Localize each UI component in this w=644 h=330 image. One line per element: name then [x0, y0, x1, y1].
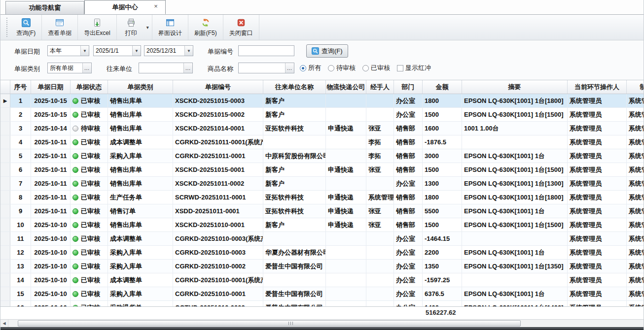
cell-department[interactable]: 销售部	[394, 163, 423, 176]
cell-doc-type[interactable]: 销售出库单	[108, 163, 173, 176]
column-header[interactable]: 往来单位名称	[263, 80, 326, 94]
cell-amount[interactable]: 2200	[423, 246, 462, 259]
horizontal-scrollbar[interactable]: ◀	[0, 319, 644, 327]
cell-doc-code[interactable]: SCRWD-20251011-0001	[173, 191, 263, 204]
cell-handler[interactable]	[366, 246, 394, 259]
cell-doc-type[interactable]: 销售订单	[108, 204, 173, 218]
cell-doc-type[interactable]: 销售出库单	[108, 218, 173, 231]
cell-amount[interactable]: -1597.25	[423, 273, 462, 287]
row-selector-cell[interactable]	[0, 246, 10, 259]
cell-doc-type[interactable]: 销售出库单	[108, 108, 173, 121]
cell-current-operator[interactable]: 系统管理员	[568, 191, 627, 204]
cell-row-number[interactable]: 15	[10, 287, 31, 300]
cell-maker[interactable]: 系统管理员	[627, 232, 644, 245]
layout-design-button[interactable]: 界面设计	[152, 15, 188, 40]
cell-doc-code[interactable]: XSCKD-20251010-0001	[173, 218, 263, 231]
cell-partner[interactable]: 亚拓软件科技	[263, 191, 326, 204]
cell-maker[interactable]: 系统管理员	[627, 163, 644, 176]
cell-summary[interactable]: EPSON LQ-630K[1001] 1台	[462, 246, 568, 259]
cell-handler[interactable]: 李拓	[366, 149, 394, 163]
cell-handler[interactable]: 张亚	[366, 122, 394, 135]
radio-all[interactable]: 所有	[300, 64, 321, 72]
cell-amount[interactable]: 1800	[423, 191, 462, 204]
cell-maker[interactable]: 系统管理员	[627, 246, 644, 259]
column-header[interactable]: 单据类别	[108, 80, 173, 94]
table-row[interactable]: 9 2025-10-11 已审核 销售订单 XSDD-20251011-0001…	[0, 204, 644, 218]
cell-doc-date[interactable]: 2025-10-15	[31, 94, 71, 107]
cell-amount[interactable]: -1876.5	[423, 135, 462, 149]
chevron-down-icon[interactable]: ▾	[146, 25, 149, 30]
cell-partner[interactable]: 亚拓软件科技	[263, 122, 326, 135]
cell-doc-status[interactable]: 已审核	[71, 260, 108, 273]
row-selector-cell[interactable]	[0, 122, 10, 135]
cell-maker[interactable]: 系统管理员	[627, 273, 644, 287]
cell-partner[interactable]: 华夏办公器材有限公司	[263, 246, 326, 259]
cell-department[interactable]: 销售部	[394, 191, 423, 204]
date-from-picker[interactable]: 2025/1/1 ▼	[93, 45, 141, 56]
table-row[interactable]: 15 2025-10-10 已审核 采购入库单 CGRKD-20251010-0…	[0, 287, 644, 301]
cell-amount[interactable]: 1500	[423, 108, 462, 121]
cell-doc-status[interactable]: 已审核	[71, 246, 108, 259]
cell-partner[interactable]: 爱普生中国有限公司	[263, 260, 326, 273]
cell-doc-status[interactable]: 已审核	[71, 191, 108, 204]
cell-row-number[interactable]: 11	[10, 232, 31, 245]
cell-partner[interactable]	[263, 273, 326, 287]
radio-pending[interactable]: 待审核	[328, 64, 356, 72]
cell-amount[interactable]: 1600	[423, 122, 462, 135]
cell-current-operator[interactable]: 系统管理员	[568, 287, 627, 300]
table-row[interactable]: 7 2025-10-11 已审核 销售出库单 XSCKD-20251011-00…	[0, 177, 644, 191]
cell-amount[interactable]: 6376.5	[423, 287, 462, 300]
cell-amount[interactable]: 5500	[423, 204, 462, 218]
partner-input[interactable]: …	[139, 63, 193, 73]
cell-doc-date[interactable]: 2025-10-10	[31, 260, 71, 273]
cell-logistics[interactable]	[326, 287, 366, 300]
cell-doc-type[interactable]: 销售出库单	[108, 177, 173, 190]
table-row[interactable]: ▶ 1 2025-10-15 已审核 销售出库单 XSCKD-20251015-…	[0, 94, 644, 108]
refresh-button[interactable]: 刷新(F5)	[188, 15, 223, 40]
tab-function-navigator[interactable]: 功能导航窗	[5, 1, 84, 14]
cell-doc-status[interactable]: 已审核	[71, 163, 108, 176]
cell-handler[interactable]	[366, 108, 394, 121]
cell-department[interactable]: 办公室	[394, 273, 423, 287]
cell-doc-type[interactable]: 成本调整单	[108, 232, 173, 245]
cell-doc-status[interactable]: 已审核	[71, 287, 108, 300]
table-row[interactable]: 8 2025-10-11 已审核 生产任务单 SCRWD-20251011-00…	[0, 191, 644, 204]
cell-maker[interactable]: 系统管理员	[627, 177, 644, 190]
cell-logistics[interactable]: 申通快递	[326, 163, 366, 176]
cell-row-number[interactable]: 10	[10, 218, 31, 231]
cell-partner[interactable]: 新客户	[263, 163, 326, 176]
row-selector-cell[interactable]	[0, 273, 10, 287]
column-header[interactable]: 摘要	[462, 80, 568, 94]
cell-doc-status[interactable]: 已审核	[71, 218, 108, 231]
column-header[interactable]: 部门	[394, 80, 423, 94]
date-to-picker[interactable]: 2025/12/31 ▼	[144, 45, 193, 56]
cell-summary[interactable]: EPSON LQ-630K[1001] 1台[1350]	[462, 260, 568, 273]
cell-doc-status[interactable]: 已审核	[71, 108, 108, 121]
query-button[interactable]: 查询(F)	[10, 15, 42, 40]
cell-doc-type[interactable]: 采购入库单	[108, 149, 173, 163]
cell-maker[interactable]: 系统管理员	[627, 260, 644, 273]
cell-current-operator[interactable]: 系统管理员	[568, 149, 627, 163]
cell-doc-type[interactable]: 销售出库单	[108, 122, 173, 135]
cell-doc-status[interactable]: 已审核	[71, 204, 108, 218]
cell-handler[interactable]	[366, 273, 394, 287]
cell-doc-type[interactable]: 销售出库单	[108, 94, 173, 107]
cell-doc-status[interactable]: 已审核	[71, 149, 108, 163]
cell-amount[interactable]: 1300	[423, 177, 462, 190]
cell-handler[interactable]	[366, 177, 394, 190]
cell-doc-type[interactable]: 生产任务单	[108, 191, 173, 204]
cell-partner[interactable]	[263, 232, 326, 245]
cell-amount[interactable]: 3000	[423, 149, 462, 163]
cell-doc-date[interactable]: 2025-10-10	[31, 246, 71, 259]
column-header[interactable]: 当前环节操作人	[568, 80, 627, 94]
table-row[interactable]: 2 2025-10-15 已审核 销售出库单 XSCKD-20251015-00…	[0, 108, 644, 122]
cell-doc-date[interactable]: 2025-10-11	[31, 149, 71, 163]
cell-current-operator[interactable]: 系统管理员	[568, 246, 627, 259]
toolbar-grip[interactable]	[6, 18, 9, 37]
cell-logistics[interactable]	[326, 108, 366, 121]
cell-summary[interactable]	[462, 273, 568, 287]
cell-doc-code[interactable]: XSCKD-20251014-0001	[173, 122, 263, 135]
cell-doc-date[interactable]: 2025-10-15	[31, 108, 71, 121]
column-header[interactable]: 单据状态	[71, 80, 108, 94]
cell-handler[interactable]	[366, 287, 394, 300]
